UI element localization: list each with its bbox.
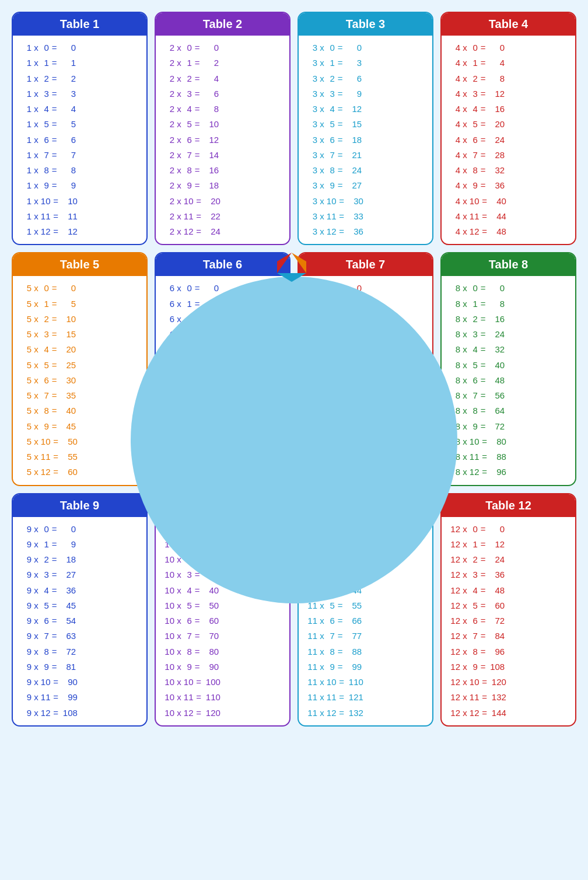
table-row: 12 x 7 = 84 xyxy=(450,628,567,644)
table-row: 9 x 3 = 27 xyxy=(21,567,138,582)
table-header-12: Table 12 xyxy=(442,494,575,517)
table-row: 9 x 1 = 9 xyxy=(21,537,138,552)
table-row: 11 x 9 = 99 xyxy=(307,659,424,675)
table-row: 9 x 5 = 45 xyxy=(21,598,138,613)
table-row: 8 x 6 = 48 xyxy=(450,373,567,388)
table-row: 1 x 1 = 1 xyxy=(21,55,138,71)
table-header-6: Table 6 xyxy=(156,253,289,276)
table-row: 3 x 6 = 18 xyxy=(307,132,424,148)
table-card-9: Table 99 x 0 = 09 x 1 = 99 x 2 = 189 x 3… xyxy=(12,493,148,727)
table-row: 12 x 4 = 48 xyxy=(450,583,567,598)
table-row: 8 x 7 = 56 xyxy=(450,388,567,403)
table-card-8: Table 88 x 0 = 08 x 1 = 88 x 2 = 168 x 3… xyxy=(440,252,576,486)
table-body-2: 2 x 0 = 02 x 1 = 22 x 2 = 42 x 3 = 62 x … xyxy=(156,36,289,244)
table-row: 10 x 8 = 80 xyxy=(164,644,281,659)
svg-marker-0 xyxy=(292,253,306,273)
table-row: 3 x 5 = 15 xyxy=(307,117,424,132)
table-card-4: Table 44 x 0 = 04 x 1 = 44 x 2 = 84 x 3 … xyxy=(440,12,576,245)
table-row: 9 x 7 = 63 xyxy=(21,628,138,644)
table-row: 10 x 6 = 60 xyxy=(164,613,281,628)
table-row: 10 x 12 = 120 xyxy=(164,706,281,721)
table-row: 9 x 0 = 0 xyxy=(21,522,138,537)
table-row: 1 x 2 = 2 xyxy=(21,71,138,86)
table-row: 12 x 12 = 144 xyxy=(450,706,567,721)
table-row: 8 x 0 = 0 xyxy=(450,281,567,296)
table-row: 2 x 11 = 22 xyxy=(164,209,281,224)
table-row: 1 x 10 = 10 xyxy=(21,194,138,209)
table-row: 4 x 8 = 32 xyxy=(450,163,567,178)
table-row: 3 x 7 = 21 xyxy=(307,148,424,163)
svg-marker-2 xyxy=(277,273,306,282)
center-circle xyxy=(131,277,457,603)
table-row: 8 x 9 = 72 xyxy=(450,419,567,434)
table-row: 2 x 7 = 14 xyxy=(164,148,281,163)
table-row: 4 x 7 = 28 xyxy=(450,148,567,163)
table-row: 2 x 3 = 6 xyxy=(164,86,281,102)
table-row: 11 x 12 = 132 xyxy=(307,706,424,721)
table-row: 5 x 7 = 35 xyxy=(21,388,138,403)
table-row: 12 x 2 = 24 xyxy=(450,552,567,567)
table-card-2: Table 22 x 0 = 02 x 1 = 22 x 2 = 42 x 3 … xyxy=(155,12,290,245)
table-row: 8 x 5 = 40 xyxy=(450,358,567,373)
table-card-1: Table 11 x 0 = 01 x 1 = 11 x 2 = 21 x 3 … xyxy=(12,12,148,245)
table-body-12: 12 x 0 = 012 x 1 = 1212 x 2 = 2412 x 3 =… xyxy=(442,517,575,725)
table-row: 2 x 4 = 8 xyxy=(164,102,281,117)
table-row: 11 x 6 = 66 xyxy=(307,613,424,628)
table-row: 2 x 12 = 24 xyxy=(164,224,281,239)
table-body-8: 8 x 0 = 08 x 1 = 88 x 2 = 168 x 3 = 248 … xyxy=(442,276,575,484)
page-container: Table 11 x 0 = 01 x 1 = 11 x 2 = 21 x 3 … xyxy=(0,0,588,880)
table-row: 4 x 12 = 48 xyxy=(450,224,567,239)
table-row: 8 x 2 = 16 xyxy=(450,312,567,327)
table-header-9: Table 9 xyxy=(13,494,146,517)
table-row: 3 x 2 = 6 xyxy=(307,71,424,86)
table-row: 10 x 7 = 70 xyxy=(164,628,281,644)
table-row: 8 x 4 = 32 xyxy=(450,342,567,357)
table-row: 8 x 10 = 80 xyxy=(450,434,567,449)
table-row: 5 x 9 = 45 xyxy=(21,419,138,434)
table-row: 12 x 11 = 132 xyxy=(450,690,567,705)
table-row: 2 x 10 = 20 xyxy=(164,194,281,209)
table-row: 5 x 8 = 40 xyxy=(21,403,138,418)
table-row: 1 x 11 = 11 xyxy=(21,209,138,224)
table-row: 3 x 4 = 12 xyxy=(307,102,424,117)
table-row: 4 x 1 = 4 xyxy=(450,55,567,71)
table-row: 9 x 12 = 108 xyxy=(21,706,138,721)
table-header-8: Table 8 xyxy=(442,253,575,276)
table-row: 8 x 1 = 8 xyxy=(450,296,567,312)
table-card-12: Table 1212 x 0 = 012 x 1 = 1212 x 2 = 24… xyxy=(440,493,576,727)
table-row: 1 x 4 = 4 xyxy=(21,102,138,117)
table-row: 1 x 6 = 6 xyxy=(21,132,138,148)
table-row: 3 x 0 = 0 xyxy=(307,40,424,55)
table-row: 4 x 4 = 16 xyxy=(450,102,567,117)
table-row: 4 x 10 = 40 xyxy=(450,194,567,209)
table-row: 8 x 11 = 88 xyxy=(450,449,567,465)
table-row: 12 x 3 = 36 xyxy=(450,567,567,582)
table-header-5: Table 5 xyxy=(13,253,146,276)
table-row: 11 x 11 = 121 xyxy=(307,690,424,705)
table-row: 12 x 1 = 12 xyxy=(450,537,567,552)
table-row: 9 x 2 = 18 xyxy=(21,552,138,567)
table-row: 5 x 11 = 55 xyxy=(21,449,138,465)
table-row: 3 x 8 = 24 xyxy=(307,163,424,178)
table-card-5: Table 55 x 0 = 05 x 1 = 55 x 2 = 105 x 3… xyxy=(12,252,148,486)
table-row: 1 x 8 = 8 xyxy=(21,163,138,178)
table-row: 8 x 12 = 96 xyxy=(450,465,567,480)
table-body-3: 3 x 0 = 03 x 1 = 33 x 2 = 63 x 3 = 93 x … xyxy=(299,36,432,244)
table-body-5: 5 x 0 = 05 x 1 = 55 x 2 = 105 x 3 = 155 … xyxy=(13,276,146,484)
table-row: 9 x 6 = 54 xyxy=(21,613,138,628)
table-row: 1 x 5 = 5 xyxy=(21,117,138,132)
table-row: 4 x 2 = 8 xyxy=(450,71,567,86)
table-row: 12 x 6 = 72 xyxy=(450,613,567,628)
table-row: 2 x 6 = 12 xyxy=(164,132,281,148)
table-row: 2 x 2 = 4 xyxy=(164,71,281,86)
table-row: 5 x 12 = 60 xyxy=(21,465,138,480)
table-row: 2 x 8 = 16 xyxy=(164,163,281,178)
table-row: 10 x 9 = 90 xyxy=(164,659,281,675)
table-row: 5 x 2 = 10 xyxy=(21,312,138,327)
table-row: 3 x 9 = 27 xyxy=(307,178,424,193)
table-row: 9 x 11 = 99 xyxy=(21,690,138,705)
table-row: 8 x 8 = 64 xyxy=(450,403,567,418)
table-row: 3 x 12 = 36 xyxy=(307,224,424,239)
table-header-7: Table 7 xyxy=(299,253,432,276)
table-row: 5 x 0 = 0 xyxy=(21,281,138,296)
